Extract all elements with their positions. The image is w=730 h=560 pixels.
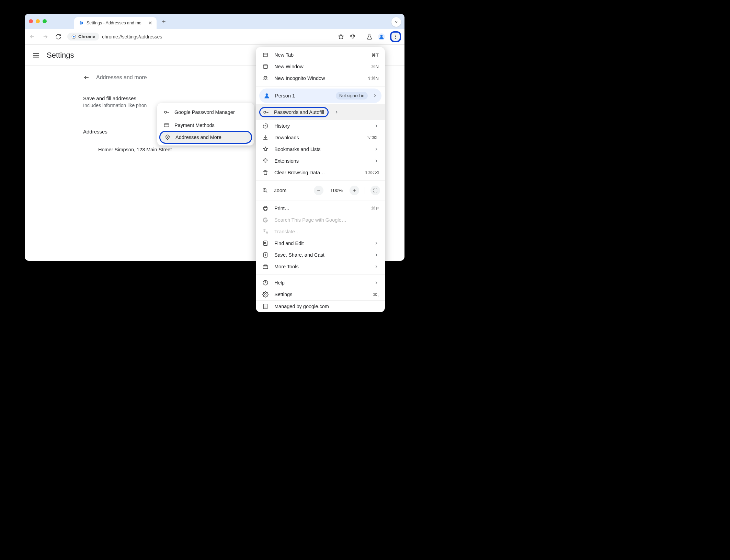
menu-settings[interactable]: Settings ⌘, [256, 289, 385, 300]
menu-managed[interactable]: Managed by google.com [256, 301, 385, 312]
menu-new-tab[interactable]: New Tab ⌘T [256, 49, 385, 61]
maximize-window-button[interactable] [43, 19, 47, 23]
menu-more-tools[interactable]: More Tools [256, 261, 385, 272]
chevron-right-icon [374, 280, 379, 285]
close-window-button[interactable] [29, 19, 33, 23]
menu-zoom: Zoom − 100% + [256, 183, 385, 198]
fullscreen-button[interactable] [370, 186, 380, 195]
menu-label: New Window [274, 64, 366, 69]
menu-label: Settings [274, 292, 367, 297]
svg-point-6 [395, 38, 396, 38]
bookmark-star-icon[interactable] [338, 33, 344, 40]
autofill-submenu: Google Password Manager Payment Methods … [157, 103, 254, 145]
chrome-menu-button[interactable] [390, 31, 401, 42]
labs-flask-icon[interactable] [366, 33, 373, 40]
chevron-right-icon [374, 253, 379, 257]
svg-point-14 [266, 93, 268, 96]
gear-icon [262, 291, 269, 298]
svg-point-7 [164, 111, 167, 113]
svg-rect-20 [263, 266, 268, 269]
trash-icon [262, 170, 269, 176]
menu-downloads[interactable]: Downloads ⌥⌘L [256, 132, 385, 143]
menu-divider [256, 180, 385, 181]
menu-bookmarks[interactable]: Bookmarks and Lists [256, 143, 385, 155]
chevron-right-icon [374, 124, 379, 128]
menu-profile[interactable]: Person 1 Not signed in [259, 89, 381, 103]
print-icon [262, 205, 269, 211]
submenu-label: Google Password Manager [174, 109, 235, 115]
chevron-right-icon [374, 159, 379, 163]
menu-label: Managed by google.com [274, 304, 379, 309]
menu-help[interactable]: Help [256, 277, 385, 289]
menu-shortcut: ⌘N [371, 64, 379, 69]
browser-tab[interactable]: Settings - Addresses and mo ✕ [74, 17, 157, 29]
minimize-window-button[interactable] [36, 19, 40, 23]
menu-footer: Managed by google.com [256, 300, 385, 312]
help-icon [262, 280, 269, 286]
new-tab-button[interactable]: ＋ [161, 17, 167, 25]
zoom-percent: 100% [329, 188, 344, 193]
settings-gear-icon [78, 20, 84, 26]
menu-shortcut: ⌘T [372, 52, 379, 58]
chevron-right-icon [374, 241, 379, 246]
site-chip-label: Chrome [78, 34, 95, 39]
menu-label: Clear Browsing Data… [274, 170, 359, 175]
submenu-addresses-more[interactable]: Addresses and More [159, 131, 252, 144]
svg-point-5 [395, 36, 396, 37]
menu-divider [256, 275, 385, 275]
menu-find-edit[interactable]: Find and Edit [256, 237, 385, 249]
menu-icon[interactable] [32, 51, 40, 59]
incognito-icon [262, 75, 269, 81]
new-window-icon [262, 63, 269, 70]
menu-translate: Translate… [256, 226, 385, 237]
zoom-out-button[interactable]: − [314, 186, 323, 195]
reload-button[interactable] [54, 33, 62, 41]
menu-shortcut: ⇧⌘⌫ [364, 170, 379, 175]
site-chip[interactable]: Chrome [67, 33, 99, 40]
menu-passwords-autofill[interactable]: Passwords and Autofill [256, 104, 385, 120]
svg-rect-17 [264, 241, 267, 246]
menu-new-incognito[interactable]: New Incognito Window ⇧⌘N [256, 72, 385, 84]
building-icon [262, 303, 269, 310]
menu-label: New Tab [274, 52, 366, 58]
submenu-payment-methods[interactable]: Payment Methods [157, 119, 254, 132]
new-tab-icon [262, 52, 269, 58]
menu-new-window[interactable]: New Window ⌘N [256, 61, 385, 72]
menu-label: Save, Share, and Cast [274, 252, 368, 258]
chevron-right-icon [374, 264, 379, 269]
menu-shortcut: ⌘, [373, 292, 379, 297]
toolbar-right [338, 31, 401, 42]
translate-icon [262, 229, 269, 235]
zoom-label: Zoom [274, 188, 308, 193]
close-tab-icon[interactable]: ✕ [148, 20, 152, 26]
menu-label: Passwords and Autofill [274, 109, 324, 115]
chevron-right-icon [334, 110, 339, 115]
google-icon [262, 217, 269, 223]
zoom-in-button[interactable]: + [350, 186, 359, 195]
key-icon [262, 109, 269, 115]
forward-button[interactable] [41, 33, 49, 41]
svg-point-4 [395, 35, 396, 35]
menu-save-share-cast[interactable]: Save, Share, and Cast [256, 249, 385, 261]
profile-avatar-icon[interactable] [378, 33, 385, 40]
svg-point-15 [264, 111, 266, 113]
svg-rect-23 [264, 304, 267, 309]
svg-rect-11 [263, 65, 267, 69]
find-icon [262, 240, 269, 246]
tabs-dropdown-button[interactable] [391, 17, 401, 27]
address-bar[interactable]: Chrome chrome://settings/addresses [67, 33, 333, 40]
menu-label: Translate… [274, 229, 379, 234]
menu-clear-data[interactable]: Clear Browsing Data… ⇧⌘⌫ [256, 167, 385, 178]
back-arrow-icon[interactable] [83, 74, 90, 81]
separator [361, 33, 361, 40]
tab-bar: Settings - Addresses and mo ✕ ＋ [25, 14, 404, 29]
menu-history[interactable]: History [256, 120, 385, 132]
menu-shortcut: ⇧⌘N [367, 76, 379, 81]
submenu-password-manager[interactable]: Google Password Manager [157, 106, 254, 119]
profile-name: Person 1 [275, 93, 331, 98]
back-button[interactable] [28, 33, 36, 41]
extensions-puzzle-icon[interactable] [349, 33, 356, 40]
menu-extensions[interactable]: Extensions [256, 155, 385, 167]
menu-print[interactable]: Print… ⌘P [256, 202, 385, 214]
svg-point-3 [380, 35, 383, 37]
